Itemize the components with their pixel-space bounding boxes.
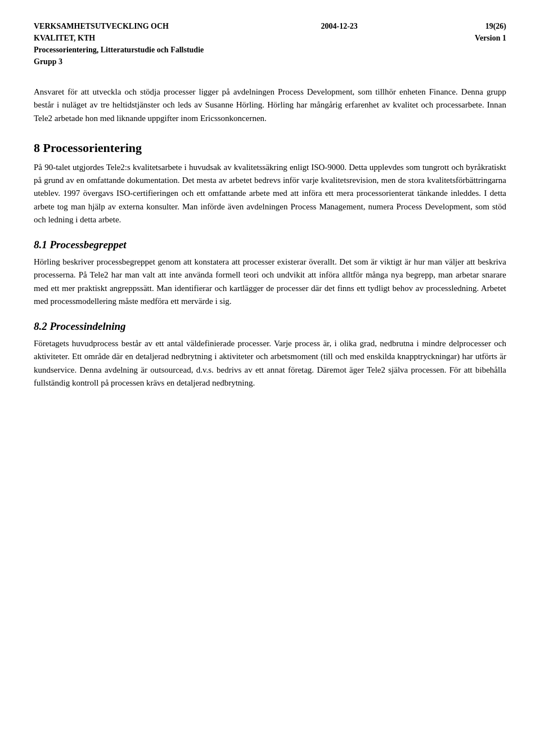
section8-heading: 8 Processorientering	[34, 141, 506, 155]
section8-paragraph1: På 90-talet utgjordes Tele2:s kvalitetsa…	[34, 161, 506, 226]
page: VERKSAMHETSUTVECKLING OCH KVALITET, KTH …	[0, 0, 540, 756]
header-org-line1: VERKSAMHETSUTVECKLING OCH	[34, 20, 204, 32]
section81-heading: 8.1 Processbegreppet	[34, 239, 506, 251]
header-left: VERKSAMHETSUTVECKLING OCH KVALITET, KTH …	[34, 20, 204, 68]
section82-heading: 8.2 Processindelning	[34, 320, 506, 333]
header-version: Version 1	[475, 32, 506, 44]
section81-paragraph1: Hörling beskriver processbegreppet genom…	[34, 256, 506, 308]
header-right: 19(26) Version 1	[475, 20, 506, 44]
header-org-line2: KVALITET, KTH	[34, 32, 204, 44]
header-org-line3: Processorientering, Litteraturstudie och…	[34, 44, 204, 56]
header-page: 19(26)	[475, 20, 506, 32]
intro-paragraph: Ansvaret för att utveckla och stödja pro…	[34, 86, 506, 125]
page-header: VERKSAMHETSUTVECKLING OCH KVALITET, KTH …	[34, 20, 506, 68]
header-org-line4: Grupp 3	[34, 56, 204, 68]
section82-paragraph1: Företagets huvudprocess består av ett an…	[34, 337, 506, 390]
header-date: 2004-12-23	[321, 20, 358, 32]
